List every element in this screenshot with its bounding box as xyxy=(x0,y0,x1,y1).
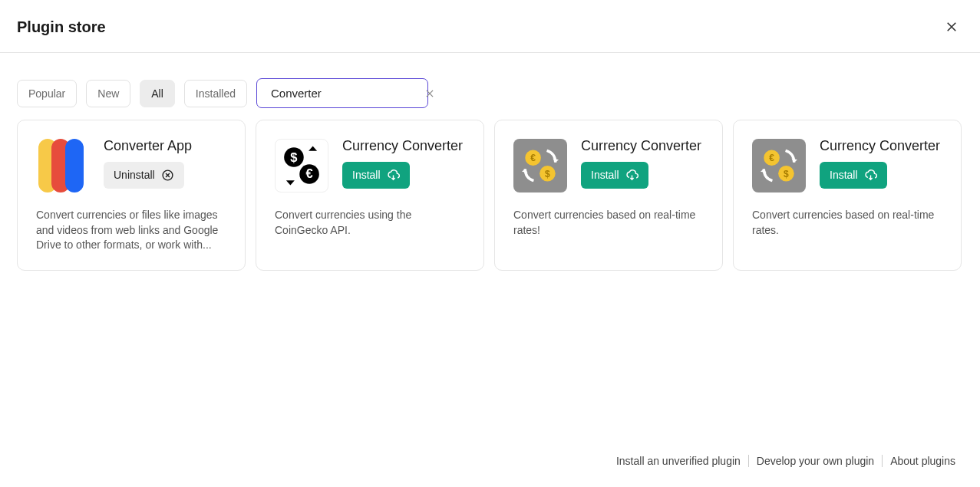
about-plugins-link[interactable]: About plugins xyxy=(882,455,963,467)
search-input[interactable] xyxy=(265,87,423,100)
search-field[interactable] xyxy=(256,78,428,108)
svg-text:$: $ xyxy=(784,169,789,179)
svg-text:€: € xyxy=(769,153,774,163)
download-cloud-icon xyxy=(387,169,400,182)
plugin-description: Convert currencies based on real-time ra… xyxy=(752,208,942,238)
svg-text:$: $ xyxy=(290,150,297,164)
plugin-grid: Converter App Uninstall Convert currenci… xyxy=(0,108,980,282)
filter-new[interactable]: New xyxy=(86,80,130,107)
remove-circle-icon xyxy=(161,169,174,182)
plugin-title: Converter App xyxy=(104,139,192,154)
plugin-title: Currency Converter xyxy=(820,139,940,154)
header: Plugin store xyxy=(0,0,980,53)
plugin-title: Currency Converter xyxy=(342,139,463,154)
plugin-card: € $ Currency Converter Install Convert c… xyxy=(494,120,723,271)
install-unverified-link[interactable]: Install an unverified plugin xyxy=(609,455,748,467)
x-icon xyxy=(424,88,435,99)
plugin-card: € $ Currency Converter Install Convert c… xyxy=(733,120,962,271)
plugin-description: Convert currencies or files like images … xyxy=(36,208,226,253)
develop-plugin-link[interactable]: Develop your own plugin xyxy=(748,455,882,467)
svg-text:€: € xyxy=(530,153,536,163)
close-button[interactable] xyxy=(942,17,962,37)
filter-popular[interactable]: Popular xyxy=(17,80,77,107)
action-label: Install xyxy=(591,169,619,181)
plugin-description: Convert currencies using the CoinGecko A… xyxy=(275,208,465,238)
filter-installed[interactable]: Installed xyxy=(184,80,247,107)
page-title: Plugin store xyxy=(17,18,106,36)
svg-text:$: $ xyxy=(545,169,550,179)
install-button[interactable]: Install xyxy=(342,162,410,189)
action-label: Uninstall xyxy=(114,169,155,181)
plugin-icon-converter-app xyxy=(36,139,90,192)
uninstall-button[interactable]: Uninstall xyxy=(104,162,184,189)
download-cloud-icon xyxy=(625,169,638,182)
plugin-card: Converter App Uninstall Convert currenci… xyxy=(17,120,246,271)
svg-text:€: € xyxy=(305,166,312,180)
action-label: Install xyxy=(352,169,381,181)
footer-links: Install an unverified plugin Develop you… xyxy=(592,435,980,487)
plugin-card: $ € Currency Converter Install Convert c… xyxy=(256,120,484,271)
action-label: Install xyxy=(830,169,858,181)
plugin-icon-currency-grey: € $ xyxy=(752,139,806,192)
plugin-description: Convert currencies based on real-time ra… xyxy=(513,208,704,238)
plugin-icon-currency-bw: $ € xyxy=(275,139,328,192)
plugin-icon-currency-grey: € $ xyxy=(513,139,567,192)
install-button[interactable]: Install xyxy=(581,162,648,189)
install-button[interactable]: Install xyxy=(820,162,887,189)
toolbar: Popular New All Installed xyxy=(0,53,980,108)
close-icon xyxy=(945,20,959,34)
download-cloud-icon xyxy=(864,169,877,182)
clear-search-button[interactable] xyxy=(423,87,437,100)
plugin-title: Currency Converter xyxy=(581,139,701,154)
filter-all[interactable]: All xyxy=(140,80,175,107)
